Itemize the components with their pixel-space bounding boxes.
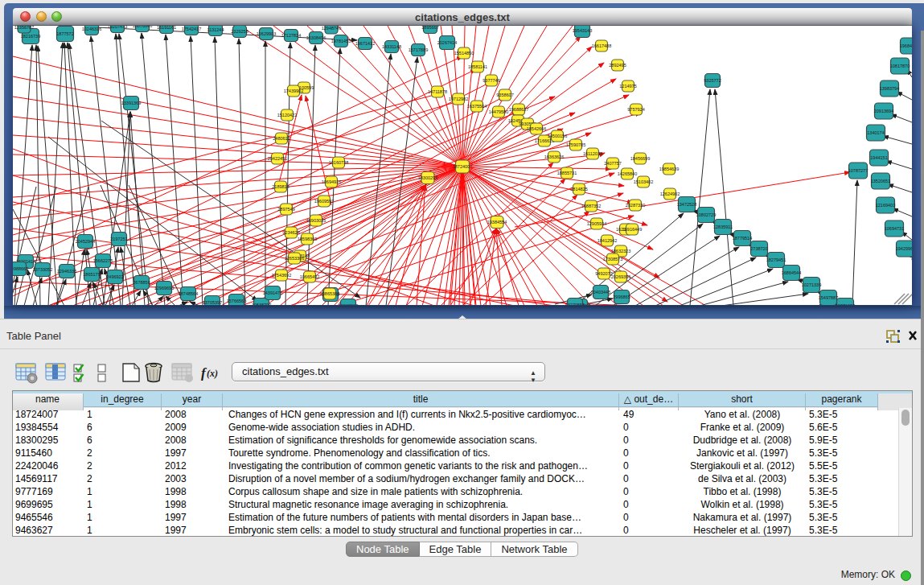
svg-text:19688637: 19688637 <box>509 107 528 112</box>
svg-text:20269396: 20269396 <box>611 274 630 279</box>
svg-text:13520651: 13520651 <box>871 179 890 183</box>
svg-text:16617488: 16617488 <box>592 43 611 48</box>
svg-text:18456699: 18456699 <box>630 156 650 161</box>
svg-text:17127824: 17127824 <box>281 33 301 38</box>
svg-text:13472528: 13472528 <box>677 202 696 207</box>
svg-text:13983794: 13983794 <box>880 86 899 91</box>
svg-text:19854639: 19854639 <box>659 167 679 171</box>
svg-text:16112038: 16112038 <box>583 151 602 156</box>
svg-text:14711878: 14711878 <box>428 89 447 94</box>
svg-text:17439902: 17439902 <box>284 89 303 93</box>
svg-text:12946335: 12946335 <box>57 269 76 274</box>
svg-text:18279451: 18279451 <box>766 257 786 262</box>
svg-text:10160738: 10160738 <box>329 160 348 165</box>
svg-text:19671412: 19671412 <box>355 41 375 46</box>
svg-text:16191161: 16191161 <box>157 26 176 30</box>
svg-text:16864544: 16864544 <box>782 270 801 275</box>
svg-text:10629903: 10629903 <box>257 31 276 36</box>
svg-text:13391369: 13391369 <box>121 101 141 105</box>
svg-text:2892495: 2892495 <box>609 63 626 68</box>
svg-text:10246316: 10246316 <box>82 27 101 31</box>
svg-text:19543143: 19543143 <box>573 28 592 33</box>
svg-text:19207473: 19207473 <box>108 26 127 29</box>
svg-text:19781453: 19781453 <box>331 39 351 43</box>
svg-text:18855731: 18855731 <box>557 171 577 175</box>
svg-text:2496922: 2496922 <box>106 274 123 279</box>
svg-text:14265840: 14265840 <box>618 171 637 176</box>
svg-text:12653306: 12653306 <box>285 256 304 261</box>
svg-text:20452944: 20452944 <box>76 239 95 244</box>
svg-text:1131244: 1131244 <box>207 27 224 32</box>
svg-text:20267414: 20267414 <box>437 40 457 45</box>
svg-text:1895667: 1895667 <box>421 26 438 30</box>
svg-text:9757924: 9757924 <box>627 107 644 112</box>
svg-text:14391476: 14391476 <box>263 290 282 295</box>
svg-text:10665492: 10665492 <box>300 274 319 279</box>
svg-text:18598369: 18598369 <box>298 237 317 241</box>
svg-text:18216739: 18216739 <box>21 34 40 39</box>
svg-text:1944151: 1944151 <box>870 155 887 160</box>
svg-text:2197251: 2197251 <box>110 237 127 241</box>
svg-text:14479580: 14479580 <box>489 109 508 114</box>
svg-text:17308573: 17308573 <box>603 257 622 262</box>
svg-text:20422451: 20422451 <box>268 156 287 161</box>
svg-text:2407757: 2407757 <box>604 161 621 166</box>
svg-text:17543692: 17543692 <box>272 273 291 278</box>
svg-text:9234628: 9234628 <box>282 230 299 235</box>
svg-text:15717889: 15717889 <box>409 47 428 52</box>
svg-text:19384554: 19384554 <box>487 220 507 225</box>
svg-text:9377746: 9377746 <box>483 78 499 83</box>
svg-text:16903035: 16903035 <box>306 218 326 223</box>
svg-text:2738720: 2738720 <box>750 246 767 251</box>
svg-text:16887352: 16887352 <box>581 204 601 208</box>
svg-text:10787277: 10787277 <box>848 168 868 173</box>
svg-text:15120422: 15120422 <box>277 113 297 117</box>
svg-text:12969693: 12969693 <box>154 286 174 290</box>
svg-text:9325772: 9325772 <box>704 78 721 83</box>
svg-text:1340174: 1340174 <box>867 130 884 135</box>
svg-text:15662275: 15662275 <box>93 258 113 263</box>
svg-text:2480612: 2480612 <box>273 136 290 141</box>
svg-text:1877572: 1877572 <box>56 31 73 36</box>
svg-text:18876646: 18876646 <box>133 26 152 28</box>
svg-text:16916449: 16916449 <box>622 227 642 232</box>
svg-text:16375504: 16375504 <box>467 104 487 109</box>
svg-text:12905934: 12905934 <box>587 221 606 226</box>
svg-text:2897549: 2897549 <box>277 207 294 212</box>
svg-text:2678856: 2678856 <box>133 280 150 285</box>
svg-text:2814825: 2814825 <box>570 187 587 192</box>
svg-text:12169403: 12169403 <box>876 203 895 208</box>
svg-text:2996865: 2996865 <box>613 295 630 299</box>
svg-text:13270555: 13270555 <box>565 303 585 305</box>
svg-text:15103402: 15103402 <box>634 179 653 184</box>
svg-text:19684004: 19684004 <box>900 43 912 48</box>
svg-text:13988662: 13988662 <box>13 266 28 271</box>
svg-text:18779514: 18779514 <box>733 236 752 241</box>
svg-text:18724007: 18724007 <box>453 164 472 169</box>
svg-text:19712982: 19712982 <box>449 97 468 101</box>
svg-text:18300295: 18300295 <box>418 175 437 180</box>
svg-text:15497887: 15497887 <box>819 295 838 300</box>
svg-text:10817870: 10817870 <box>890 64 910 68</box>
svg-text:13705397: 13705397 <box>203 300 222 305</box>
svg-text:17542417: 17542417 <box>182 27 201 31</box>
svg-text:19609597: 19609597 <box>314 199 334 204</box>
svg-text:9358607: 9358607 <box>496 93 513 97</box>
svg-text:10694731: 10694731 <box>885 226 904 231</box>
svg-text:12356787: 12356787 <box>14 26 34 30</box>
svg-text:15766563: 15766563 <box>227 299 246 303</box>
svg-text:10271339: 10271339 <box>802 282 821 287</box>
svg-text:20913694: 20913694 <box>874 109 893 113</box>
svg-text:12948749: 12948749 <box>322 26 341 31</box>
svg-text:10802729: 10802729 <box>696 212 716 217</box>
svg-text:20287330: 20287330 <box>626 203 645 208</box>
svg-text:18581141: 18581141 <box>468 64 487 69</box>
svg-text:14500156: 14500156 <box>548 134 567 138</box>
svg-text:12771088: 12771088 <box>836 303 855 305</box>
svg-text:13733052: 13733052 <box>33 267 52 272</box>
svg-text:1214975: 1214975 <box>619 84 636 89</box>
svg-text:18542666: 18542666 <box>527 126 546 131</box>
svg-text:16363626: 16363626 <box>544 154 564 159</box>
svg-text:12624902: 12624902 <box>660 192 680 196</box>
svg-text:17590785: 17590785 <box>566 142 585 147</box>
